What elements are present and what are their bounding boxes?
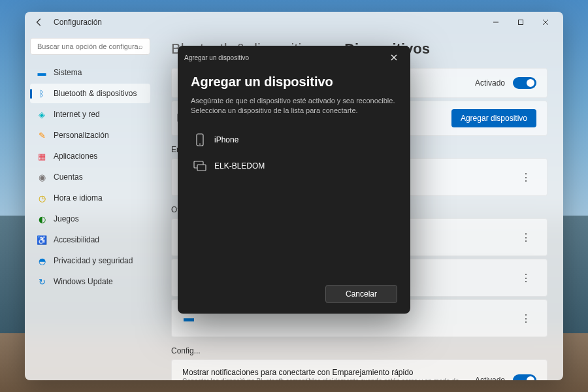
modal-close-button[interactable]	[384, 50, 404, 65]
modal-heading: Agregar un dispositivo	[191, 74, 397, 90]
device-name: iPhone	[214, 135, 238, 144]
device-name: ELK-BLEDOM	[214, 161, 265, 171]
phone-icon	[193, 133, 206, 146]
add-device-modal: Agregar un dispositivo Agregar un dispos…	[178, 46, 410, 314]
svg-point-3	[199, 143, 201, 144]
display-icon	[193, 159, 206, 172]
cancel-button[interactable]: Cancelar	[325, 285, 397, 303]
svg-rect-5	[197, 165, 206, 171]
device-item-elk-bledom[interactable]: ELK-BLEDOM	[191, 153, 397, 179]
modal-title: Agregar un dispositivo	[184, 54, 249, 61]
modal-description: Asegúrate de que el dispositivo esté act…	[191, 96, 397, 116]
device-item-iphone[interactable]: iPhone	[191, 127, 397, 153]
modal-overlay: Agregar un dispositivo Agregar un dispos…	[0, 0, 588, 392]
modal-titlebar: Agregar un dispositivo	[178, 46, 410, 69]
